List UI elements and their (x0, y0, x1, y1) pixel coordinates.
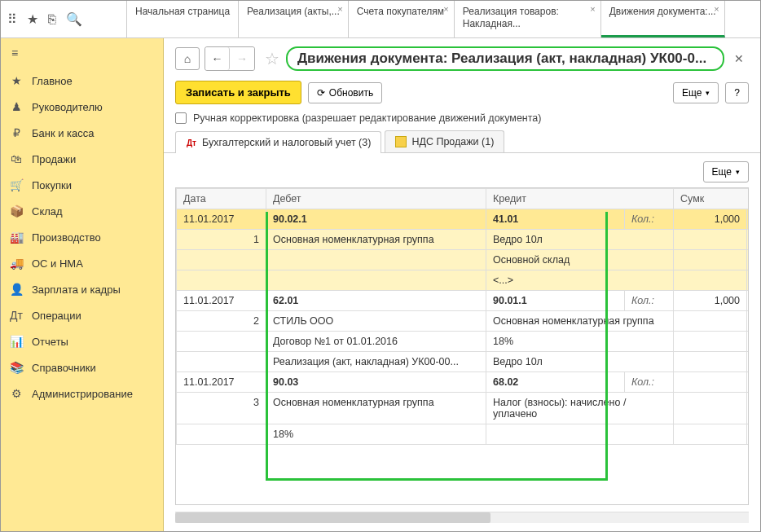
sidebar-item[interactable]: 📦Склад (1, 198, 163, 224)
search-icon[interactable]: 🔍 (66, 11, 82, 27)
tab-close-icon[interactable]: × (714, 4, 719, 15)
cell-credit-line: Основная номенклатурная группа (486, 311, 674, 332)
sidebar-icon: 🚚 (9, 257, 24, 270)
apps-icon[interactable]: ⠿ (7, 11, 17, 27)
sidebar-item[interactable]: 🛒Покупки (1, 172, 163, 198)
entries-table: Дата Дебет Кредит Сумк 11.01.201790.02.1… (176, 188, 749, 445)
cell-credit-line: Налог (взносы): начислено / уплачено (486, 393, 674, 424)
back-button[interactable]: ← (205, 47, 230, 70)
close-icon[interactable]: ✕ (729, 52, 749, 65)
sidebar-item[interactable]: 📚Справочники (1, 354, 163, 380)
sidebar-label: Главное (32, 75, 73, 87)
chevron-down-icon: ▾ (706, 89, 710, 97)
manual-edit-checkbox[interactable] (175, 112, 187, 124)
top-tab[interactable]: Реализация (акты,...× (239, 1, 349, 37)
cell-ext (747, 291, 749, 311)
cell-ext: Реал (747, 230, 749, 250)
top-tab[interactable]: Движения документа:...× (601, 1, 725, 37)
table-subrow[interactable]: 1Основная номенклатурная группаВедро 10л… (177, 230, 750, 250)
inner-tab[interactable]: ДтБухгалтерский и налоговый учет (3) (175, 131, 381, 153)
sidebar-item[interactable]: 🚚ОС и НМА (1, 250, 163, 276)
cell-date: 11.01.2017 (177, 291, 266, 311)
sidebar-item[interactable]: ДтОперации (1, 302, 163, 328)
cell-credit-acc: 41.01 (486, 209, 625, 230)
cell-debit-line (266, 250, 486, 270)
top-row: ⠿ ★ ⎘ 🔍 Начальная страницаРеализация (ак… (1, 1, 760, 38)
save-close-button[interactable]: Записать и закрыть (175, 81, 301, 104)
table-row[interactable]: 11.01.201790.02.141.01Кол.:1,000 (177, 209, 750, 230)
sidebar-label: ОС и НМА (32, 257, 83, 270)
grid[interactable]: Дата Дебет Кредит Сумк 11.01.201790.02.1… (175, 187, 749, 505)
sidebar-item[interactable]: ₽Банк и касса (1, 120, 163, 146)
sidebar-item[interactable]: 📊Отчеты (1, 328, 163, 354)
sidebar-icon: ★ (9, 74, 24, 87)
table-row[interactable]: 11.01.201762.0190.01.1Кол.:1,000 (177, 291, 750, 311)
col-sum[interactable]: Сумк (674, 189, 749, 209)
sidebar-label: Справочники (32, 362, 96, 374)
tab-label: Счета покупателям (357, 6, 444, 18)
cell-credit-acc: 90.01.1 (486, 291, 625, 311)
table-subrow[interactable]: Реализация (акт, накладная) УК00-00...Ве… (177, 352, 750, 372)
col-debit[interactable]: Дебет (266, 189, 486, 209)
home-button[interactable]: ⌂ (175, 47, 200, 70)
table-subrow[interactable]: <...> (177, 270, 750, 291)
sidebar-item[interactable]: ⚙Администрирование (1, 380, 163, 407)
help-button[interactable]: ? (725, 82, 749, 103)
cell-credit-line (486, 424, 674, 445)
tab-close-icon[interactable]: × (443, 4, 448, 15)
cell-ext: това (747, 424, 749, 445)
sidebar-item[interactable]: ♟Руководителю (1, 94, 163, 120)
menu-icon: ≡ (7, 46, 22, 59)
clipboard-icon[interactable]: ⎘ (48, 12, 56, 27)
sidebar-item[interactable]: 🏭Производство (1, 224, 163, 250)
inner-tab[interactable]: НДС Продажи (1) (385, 130, 504, 152)
refresh-icon: ⟳ (317, 87, 325, 99)
accounting-icon: Дт (186, 137, 197, 148)
table-subrow[interactable]: 3Основная номенклатурная группаНалог (вз… (177, 393, 750, 424)
sidebar-item[interactable]: 👤Зарплата и кадры (1, 276, 163, 302)
sidebar-toggle[interactable]: ≡ (1, 38, 163, 68)
col-credit[interactable]: Кредит (486, 189, 674, 209)
sidebar-icon: 👤 (9, 283, 24, 296)
star-icon[interactable]: ★ (27, 11, 38, 27)
top-tab[interactable]: Счета покупателям× (349, 1, 455, 37)
table-subrow[interactable]: 18%това (177, 424, 750, 445)
tab-label: Реализация (акты,... (247, 6, 340, 18)
cell-debit-line: Реализация (акт, накладная) УК00-00... (266, 352, 486, 372)
cell-credit-line: Ведро 10л (486, 352, 674, 372)
top-tab[interactable]: Реализация товаров: Накладная...× (455, 1, 601, 37)
cell-debit-line (266, 270, 486, 291)
table-subrow[interactable]: Договор №1 от 01.01.201618%това (177, 332, 750, 352)
cell-debit-line: Договор №1 от 01.01.2016 (266, 332, 486, 352)
tab-close-icon[interactable]: × (590, 4, 595, 15)
sidebar-item[interactable]: 🛍Продажи (1, 146, 163, 172)
cell-row-num: 1 (177, 230, 266, 250)
cell-debit-acc: 90.02.1 (266, 209, 486, 230)
table-subrow[interactable]: 2СТИЛЬ ООООсновная номенклатурная группа… (177, 311, 750, 332)
refresh-button[interactable]: ⟳ Обновить (308, 82, 382, 103)
sidebar-item[interactable]: ★Главное (1, 68, 163, 94)
sidebar-icon: 📚 (9, 361, 24, 374)
forward-button[interactable]: → (230, 47, 254, 70)
scroll-thumb[interactable] (175, 512, 490, 523)
inner-tab-label: НДС Продажи (1) (411, 136, 494, 147)
sidebar-label: Операции (32, 310, 81, 322)
toolbar: Записать и закрыть ⟳ Обновить Еще ▾ ? (164, 76, 760, 109)
vat-icon (395, 136, 407, 147)
col-date[interactable]: Дата (177, 189, 266, 209)
cell-debit-acc: 90.03 (266, 372, 486, 393)
grid-more-button[interactable]: Еще ▾ (703, 161, 749, 182)
table-row[interactable]: 11.01.201790.0368.02Кол.: (177, 372, 750, 393)
cell-credit-line: Основной склад (486, 250, 674, 270)
cell-date: 11.01.2017 (177, 209, 266, 230)
horizontal-scrollbar[interactable] (175, 512, 749, 523)
sidebar-label: Зарплата и кадры (32, 284, 121, 296)
table-subrow[interactable]: Основной складтова (177, 250, 750, 270)
favorite-icon[interactable]: ☆ (265, 49, 279, 68)
more-button[interactable]: Еще ▾ (673, 82, 719, 103)
content: ⌂ ← → ☆ Движения документа: Реализация (… (164, 38, 760, 531)
cell-date: 11.01.2017 (177, 372, 266, 393)
sidebar-icon: ₽ (9, 126, 24, 139)
top-tab[interactable]: Начальная страница (127, 1, 239, 37)
tab-close-icon[interactable]: × (337, 4, 342, 15)
